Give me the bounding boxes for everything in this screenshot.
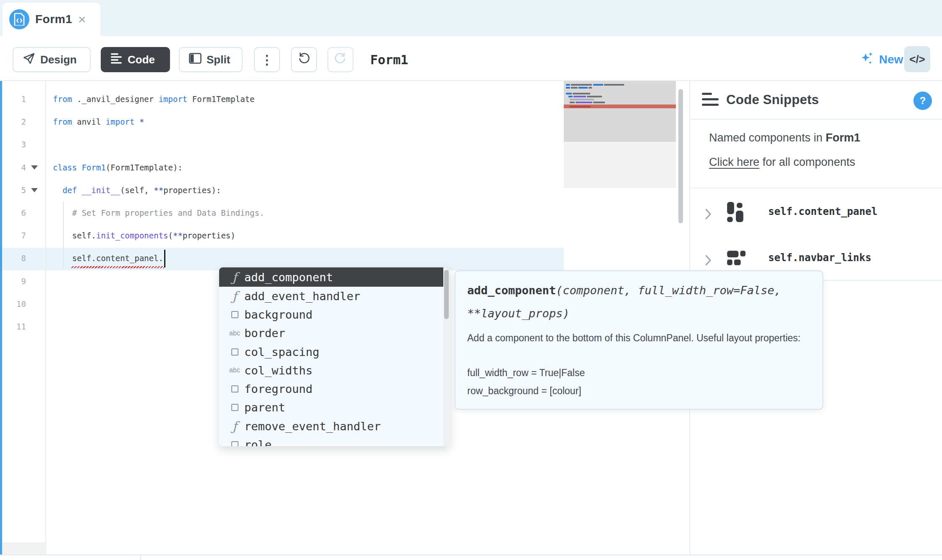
help-button[interactable]: ? — [913, 92, 932, 110]
chevron-right-icon[interactable] — [704, 253, 713, 269]
code-toggle-button[interactable]: </> — [904, 46, 930, 72]
string-icon: abc — [225, 366, 244, 374]
autocomplete-item-label: role — [244, 438, 272, 446]
autocomplete-item-label: col_spacing — [244, 345, 319, 359]
menu-icon[interactable] — [702, 91, 719, 108]
code-line: from ._anvil_designer import Form1Templa… — [53, 88, 254, 110]
form-file-icon — [9, 9, 29, 29]
property-icon — [225, 404, 244, 411]
code-line: self.init_components(**properties) — [53, 224, 236, 247]
autocomplete-item[interactable]: abccol_widths — [219, 361, 450, 379]
autocomplete-list: ƒadd_componentƒadd_event_handlerbackgrou… — [219, 267, 450, 446]
tab-form1[interactable]: Form1 × — [3, 3, 100, 36]
snippets-title: Code Snippets — [726, 81, 819, 119]
code-line: def __init__(self, **properties): — [53, 179, 221, 201]
redo-button[interactable] — [327, 47, 353, 72]
line-number: 3 — [0, 133, 26, 156]
design-button[interactable]: Design — [13, 47, 91, 72]
footer-strip — [0, 555, 942, 560]
autocomplete-item-label: parent — [244, 401, 285, 414]
fold-arrow-icon[interactable] — [31, 165, 38, 170]
minimap-viewport — [564, 81, 676, 142]
form-title: Form1 — [370, 47, 408, 72]
autocomplete-scrollbar-track[interactable] — [443, 267, 450, 446]
autocomplete-item-label: background — [244, 308, 313, 321]
gutter-separator — [45, 81, 46, 555]
new-label: New — [879, 53, 903, 66]
editor-scrollbar-thumb[interactable] — [678, 89, 683, 223]
property-icon — [225, 385, 244, 393]
split-label: Split — [207, 53, 230, 66]
function-icon: ƒ — [225, 419, 244, 434]
autocomplete-item[interactable]: background — [219, 305, 450, 324]
autocomplete-dropdown: ƒadd_componentƒadd_event_handlerbackgrou… — [219, 267, 450, 446]
autocomplete-item[interactable]: ƒadd_event_handler — [219, 287, 450, 305]
autocomplete-item[interactable]: role — [219, 435, 450, 446]
fold-arrow-icon[interactable] — [31, 188, 38, 192]
code-line: class Form1(Form1Template): — [53, 156, 183, 179]
autocomplete-item[interactable]: parent — [219, 398, 450, 417]
line-number: 7 — [0, 224, 26, 247]
autocomplete-scrollbar-thumb[interactable] — [444, 270, 449, 319]
line-number: 6 — [0, 201, 26, 224]
string-icon: abc — [225, 330, 244, 337]
component-item-label: self.content_panel — [768, 188, 877, 235]
chevron-right-icon[interactable] — [704, 207, 713, 223]
doc-signature: add_component(component, full_width_row=… — [467, 279, 811, 325]
undo-button[interactable] — [291, 47, 317, 72]
named-components-text: Named components in Form1 — [709, 131, 860, 144]
error-squiggle — [71, 266, 164, 268]
split-view-icon — [189, 53, 201, 67]
code-line: from anvil import * — [53, 110, 144, 133]
component-item[interactable]: self.content_panel — [691, 188, 942, 235]
tab-close-icon[interactable]: × — [75, 3, 89, 36]
text-cursor — [164, 250, 165, 267]
line-number: 10 — [0, 293, 26, 315]
sparkles-icon — [860, 51, 875, 69]
line-number: 5 — [0, 179, 26, 201]
paper-plane-icon — [23, 52, 35, 68]
redo-icon — [334, 52, 347, 68]
line-number: 9 — [0, 270, 26, 293]
tab-title: Form1 — [35, 3, 72, 36]
autocomplete-item[interactable]: ƒremove_event_handler — [219, 417, 450, 435]
doc-tooltip: add_component(component, full_width_row=… — [455, 270, 823, 410]
property-icon — [225, 311, 244, 318]
property-icon — [225, 441, 244, 446]
editor-toolbar: Design Code Split ⋮ — [0, 36, 942, 81]
autocomplete-item-label: border — [244, 327, 285, 340]
autocomplete-item-label: col_widths — [244, 364, 313, 377]
all-components-text: Click here for all components — [709, 156, 855, 169]
hscroll-corner — [2, 542, 47, 555]
code-button[interactable]: Code — [101, 47, 170, 72]
header-divider — [691, 119, 942, 120]
minimap-error-band — [564, 105, 676, 108]
line-number: 2 — [0, 110, 26, 133]
flow-panel-icon — [726, 248, 747, 270]
code-label: Code — [128, 53, 155, 66]
autocomplete-item[interactable]: ƒadd_component — [219, 267, 450, 287]
function-icon: ƒ — [225, 270, 244, 285]
line-number: 1 — [0, 88, 26, 110]
more-options-button[interactable]: ⋮ — [254, 47, 280, 72]
snippets-header: Code Snippets ? — [691, 81, 942, 119]
doc-body: Add a component to the bottom of this Co… — [467, 329, 811, 400]
function-icon: ƒ — [225, 289, 244, 304]
click-here-link[interactable]: Click here — [709, 156, 759, 168]
column-panel-icon — [726, 202, 747, 224]
autocomplete-item-label: remove_event_handler — [244, 420, 381, 433]
code-lines-icon — [111, 53, 123, 67]
code-line: # Set Form properties and Data Bindings. — [53, 201, 264, 224]
split-button[interactable]: Split — [179, 47, 243, 72]
autocomplete-item-label: add_component — [244, 271, 333, 284]
line-number: 4 — [0, 156, 26, 179]
minimap-secondary — [564, 142, 676, 188]
tab-bar: Form1 × — [0, 0, 942, 36]
autocomplete-item[interactable]: foreground — [219, 379, 450, 398]
line-number: 8 — [0, 247, 26, 270]
autocomplete-item[interactable]: abcborder — [219, 324, 450, 343]
autocomplete-item[interactable]: col_spacing — [219, 343, 450, 361]
kebab-icon: ⋮ — [261, 52, 273, 67]
design-label: Design — [40, 53, 77, 66]
new-button[interactable]: New — [860, 47, 903, 72]
